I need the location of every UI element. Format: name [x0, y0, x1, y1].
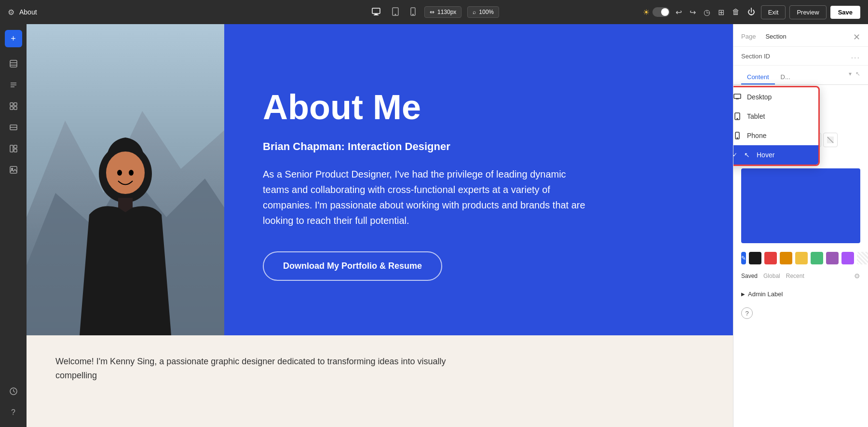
selected-check-icon: ✓	[733, 152, 737, 158]
dropdown-item-hover[interactable]: ✓ ↖ Hover	[733, 145, 818, 165]
dark-mode-toggle[interactable]	[652, 7, 670, 17]
content-tabs: Content D... ▾ ↖	[733, 66, 868, 85]
sidebar-item-templates[interactable]	[5, 140, 22, 157]
svg-rect-13	[10, 103, 13, 106]
tab-design[interactable]: D...	[775, 70, 796, 84]
svg-rect-14	[14, 103, 17, 106]
layout-icon[interactable]: ⊞	[716, 6, 726, 19]
add-element-button[interactable]: +	[5, 30, 22, 47]
topbar-left: ⚙ About	[8, 8, 37, 17]
settings-icon[interactable]: ⚙	[8, 8, 14, 17]
svg-point-55	[737, 138, 738, 138]
save-button[interactable]: Save	[830, 6, 860, 19]
sidebar-item-assets[interactable]	[5, 161, 22, 179]
question-mark-icon: ?	[745, 310, 748, 317]
admin-label-row[interactable]: ▶ Admin Label	[733, 285, 868, 303]
svg-point-34	[129, 170, 134, 176]
phone-icon	[733, 131, 742, 140]
dropdown-hover-label: Hover	[757, 151, 774, 159]
section-dots: ...	[851, 52, 860, 60]
panel-nav: Page Section	[741, 33, 787, 42]
section-label-text: Section ID	[741, 53, 851, 60]
tab-content[interactable]: Content	[741, 70, 775, 84]
hero-content: About Me Brian Chapman: Interaction Desi…	[224, 24, 733, 335]
panel-nav-page[interactable]: Page	[741, 33, 756, 42]
color-swatch-red[interactable]	[764, 252, 777, 264]
color-swatches-row: ✎ •••	[733, 247, 868, 269]
redo-icon[interactable]: ↪	[688, 6, 698, 19]
device-phone-btn[interactable]	[407, 5, 419, 19]
dropdown-item-tablet[interactable]: Tablet	[733, 107, 818, 126]
sidebar-item-help[interactable]: ?	[5, 404, 22, 421]
hero-section: About Me Brian Chapman: Interaction Desi…	[27, 24, 733, 335]
device-tablet-btn[interactable]	[389, 5, 402, 19]
svg-rect-22	[10, 166, 17, 173]
color-swatch-pattern[interactable]	[857, 252, 868, 264]
hero-background-svg	[27, 24, 224, 335]
below-hero-text: Welcome! I'm Kenny Sing, a passionate gr…	[55, 355, 489, 383]
width-display: ⇔ 1130px	[424, 6, 461, 18]
dropdown-item-phone[interactable]: Phone	[733, 126, 818, 145]
download-portfolio-button[interactable]: Download My Portfolio & Resume	[263, 251, 442, 281]
width-icon: ⇔	[430, 9, 434, 15]
panel-close-button[interactable]: ✕	[853, 32, 860, 42]
color-swatch-purple-light[interactable]	[826, 252, 839, 264]
color-swatch-black[interactable]	[749, 252, 761, 264]
sidebar-item-elements[interactable]	[5, 97, 22, 115]
svg-rect-19	[10, 145, 13, 152]
right-panel: Page Section ✕ Section ID ... Content D.…	[733, 24, 868, 427]
hero-title: About Me	[263, 88, 704, 126]
color-swatch-green[interactable]	[811, 252, 823, 264]
zoom-value: 100%	[479, 9, 494, 15]
color-settings-icon[interactable]: ⚙	[854, 272, 860, 280]
sidebar-item-pages[interactable]	[5, 76, 22, 94]
color-swatch-yellow[interactable]	[795, 252, 808, 264]
color-tab-recent[interactable]: Recent	[786, 273, 804, 279]
color-tab-global[interactable]: Global	[763, 273, 780, 279]
sidebar-item-layers[interactable]	[5, 55, 22, 72]
undo-icon[interactable]: ↩	[674, 6, 684, 19]
cursor-icon: ↖	[855, 70, 860, 84]
color-swatch-purple[interactable]	[841, 252, 854, 264]
svg-point-33	[117, 170, 122, 176]
device-desktop-btn[interactable]	[369, 5, 383, 19]
dropdown-item-desktop[interactable]: Desktop	[733, 87, 818, 107]
color-tab-saved[interactable]: Saved	[741, 273, 758, 279]
bg-type-none[interactable]	[823, 133, 838, 147]
page-title: About	[19, 8, 37, 16]
dropdown-phone-label: Phone	[747, 132, 766, 139]
topbar: ⚙ About ⇔ 1130px ⌕ 100% ☀ ↩ ↪ ◷ ⊞ 🗑 ⏻	[0, 0, 868, 24]
exit-button[interactable]: Exit	[761, 5, 786, 19]
svg-point-53	[737, 118, 738, 119]
power-icon[interactable]: ⏻	[746, 6, 757, 18]
svg-line-26	[14, 391, 15, 392]
history-icon[interactable]: ◷	[702, 6, 712, 19]
tab-arrow: ▾	[849, 70, 852, 84]
svg-point-4	[395, 14, 396, 15]
question-icon: ?	[11, 408, 15, 417]
color-tabs-row: Saved Global Recent ⚙	[733, 269, 868, 285]
color-swatch-orange[interactable]	[780, 252, 792, 264]
preview-button[interactable]: Preview	[789, 5, 826, 19]
dropdown-desktop-label: Desktop	[747, 93, 772, 101]
trash-icon[interactable]: 🗑	[730, 6, 742, 18]
panel-nav-section[interactable]: Section	[765, 33, 786, 42]
sidebar-item-apps[interactable]	[5, 383, 22, 400]
add-icon: +	[11, 34, 16, 44]
theme-toggle[interactable]: ☀	[643, 7, 670, 17]
main-area: + ?	[0, 24, 868, 427]
svg-rect-7	[10, 60, 17, 67]
hero-description: As a Senior Product Designer, I've had t…	[263, 166, 591, 228]
background-color-preview[interactable]	[741, 168, 860, 243]
pencil-icon: ✎	[741, 255, 746, 262]
active-color-swatch[interactable]: ✎	[741, 252, 746, 264]
hover-cursor-icon: ↖	[742, 150, 752, 160]
svg-rect-15	[10, 107, 13, 110]
topbar-center: ⇔ 1130px ⌕ 100%	[369, 5, 499, 19]
svg-rect-0	[372, 8, 380, 14]
zoom-display: ⌕ 100%	[467, 6, 499, 18]
help-icon[interactable]: ?	[741, 307, 753, 319]
sidebar-item-sections[interactable]	[5, 119, 22, 136]
svg-point-32	[106, 152, 145, 194]
width-value: 1130px	[437, 9, 456, 15]
